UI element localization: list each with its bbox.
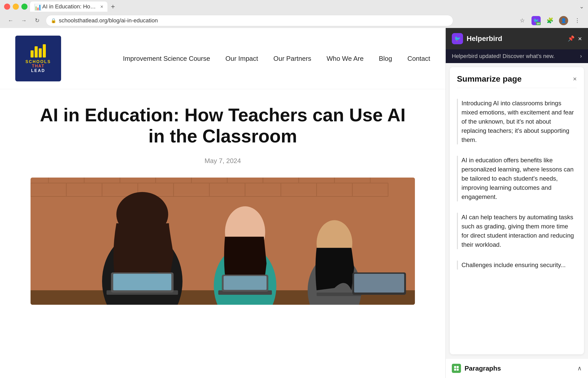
- logo-chart-icon: [31, 44, 46, 57]
- minimize-window-button[interactable]: [13, 4, 19, 10]
- helperbird-extension-icon[interactable]: 🐦 on: [531, 16, 541, 25]
- reload-button[interactable]: ↻: [33, 16, 42, 25]
- article-date: May 7, 2024: [31, 157, 415, 165]
- extension-on-badge: on: [536, 22, 541, 25]
- tab-bar: 📊 AI in Education: How Teacher... × +: [30, 2, 577, 12]
- profile-button[interactable]: 👤: [559, 16, 568, 25]
- svg-rect-71: [457, 369, 459, 371]
- summary-item-1: Introducing AI into classrooms brings mi…: [457, 93, 577, 150]
- article-area: AI in Education: How Teachers can Use AI…: [0, 89, 445, 320]
- tab-title: AI in Education: How Teacher...: [42, 3, 98, 10]
- bookmark-button[interactable]: ☆: [518, 16, 527, 25]
- summary-text-3: AI can help teachers by automating tasks…: [461, 213, 577, 249]
- site-header: SCHOOLS THAT LEAD Improvement Science Co…: [0, 28, 445, 89]
- helperbird-update-arrow-icon: ›: [580, 53, 582, 60]
- svg-rect-68: [454, 366, 456, 368]
- helperbird-title: Helperbird: [467, 35, 564, 43]
- nav-who-we-are[interactable]: Who We Are: [327, 55, 363, 63]
- summary-bar-1: [457, 99, 458, 144]
- menu-button[interactable]: ⋮: [573, 16, 582, 25]
- summary-list: Introducing AI into classrooms brings mi…: [450, 88, 584, 354]
- summary-item-4: Challenges include ensuring security...: [457, 255, 577, 275]
- helperbird-panel-close-button[interactable]: ×: [578, 35, 582, 43]
- summary-item-2: AI in education offers benefits like per…: [457, 150, 577, 207]
- svg-rect-62: [224, 276, 267, 290]
- logo-lead-text: LEAD: [31, 68, 45, 73]
- site-logo[interactable]: SCHOOLS THAT LEAD: [15, 36, 61, 81]
- tab-close-button[interactable]: ×: [100, 4, 103, 10]
- content-area: SCHOOLS THAT LEAD Improvement Science Co…: [0, 28, 588, 378]
- helperbird-update-bar[interactable]: Helperbird updated! Discover what's new.…: [446, 49, 588, 63]
- svg-rect-67: [354, 274, 404, 293]
- summary-bar-4: [457, 260, 458, 270]
- helperbird-pin-button[interactable]: 📌: [568, 35, 575, 42]
- extensions-button[interactable]: 🧩: [545, 16, 554, 25]
- nav-contact[interactable]: Contact: [407, 55, 430, 63]
- toolbar-icons: ☆ 🐦 on 🧩 👤 ⋮: [518, 16, 582, 25]
- summary-text-4: Challenges include ensuring security...: [461, 260, 566, 270]
- svg-rect-57: [113, 274, 171, 290]
- svg-rect-69: [457, 366, 459, 368]
- paragraphs-collapse-icon[interactable]: ∧: [577, 365, 582, 372]
- paragraphs-label: Paragraphs: [465, 365, 574, 372]
- summary-text-2: AI in education offers benefits like per…: [461, 156, 577, 201]
- nav-improvement-science[interactable]: Improvement Science Course: [123, 55, 210, 63]
- tab-list-dropdown[interactable]: ⌄: [579, 3, 584, 10]
- browser-chrome: 📊 AI in Education: How Teacher... × + ⌄ …: [0, 0, 588, 28]
- nav-our-partners[interactable]: Our Partners: [273, 55, 311, 63]
- summarize-page-title: Summarize page: [457, 74, 522, 84]
- helperbird-update-text: Helperbird updated! Discover what's new.: [452, 53, 580, 60]
- security-lock-icon: 🔒: [51, 18, 56, 23]
- summarize-close-button[interactable]: ×: [573, 75, 577, 83]
- summary-bar-3: [457, 213, 458, 249]
- summary-text-1: Introducing AI into classrooms brings mi…: [461, 99, 577, 144]
- maximize-window-button[interactable]: [21, 4, 27, 10]
- helperbird-header: 🐦 Helperbird 📌 ×: [446, 28, 588, 49]
- helperbird-logo: 🐦: [452, 33, 463, 44]
- helperbird-body-header: Summarize page ×: [450, 67, 584, 88]
- svg-rect-70: [454, 369, 456, 371]
- close-window-button[interactable]: [4, 4, 10, 10]
- logo-that-text: THAT: [32, 64, 44, 68]
- tab-favicon: 📊: [34, 4, 40, 10]
- summary-bar-2: [457, 156, 458, 201]
- forward-button[interactable]: →: [19, 16, 29, 25]
- traffic-lights: [4, 4, 27, 10]
- logo-schools-text: SCHOOLS: [25, 60, 51, 64]
- address-bar-row: ← → ↻ 🔒 schoolsthatlead.org/blog/ai-in-e…: [0, 13, 588, 28]
- nav-blog[interactable]: Blog: [379, 55, 392, 63]
- helperbird-panel: 🐦 Helperbird 📌 × Helperbird updated! Dis…: [445, 28, 588, 378]
- address-text: schoolsthatlead.org/blog/ai-in-education: [59, 17, 448, 24]
- new-tab-button[interactable]: +: [108, 2, 118, 12]
- title-bar: 📊 AI in Education: How Teacher... × + ⌄: [0, 0, 588, 13]
- helperbird-footer-paragraphs[interactable]: Paragraphs ∧: [446, 358, 588, 378]
- back-button[interactable]: ←: [6, 16, 15, 25]
- site-nav: Improvement Science Course Our Impact Ou…: [123, 55, 430, 63]
- active-tab[interactable]: 📊 AI in Education: How Teacher... ×: [30, 2, 107, 12]
- nav-our-impact[interactable]: Our Impact: [225, 55, 258, 63]
- paragraphs-icon: [452, 364, 461, 373]
- summary-item-3: AI can help teachers by automating tasks…: [457, 207, 577, 255]
- helperbird-body: Summarize page × Introducing AI into cla…: [450, 67, 584, 354]
- article-title: AI in Education: How Teachers can Use AI…: [31, 105, 415, 147]
- address-field[interactable]: 🔒 schoolsthatlead.org/blog/ai-in-educati…: [46, 15, 453, 26]
- article-hero-image: [31, 178, 415, 305]
- webpage: SCHOOLS THAT LEAD Improvement Science Co…: [0, 28, 445, 378]
